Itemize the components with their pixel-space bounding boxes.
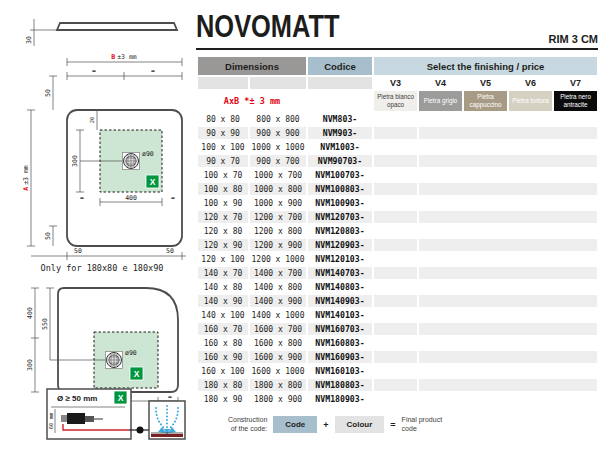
equal-mark: = — [92, 67, 96, 75]
dimension-mm: 1200 x 700 — [250, 211, 306, 223]
table-row: 160 x 701600 x 700NVM160703- — [198, 323, 597, 335]
finish-name-v6: Pietra tortora — [509, 91, 552, 111]
dimension-mm: 1000 x 900 — [250, 197, 306, 209]
drain-min-diameter-label: Ø ≥ 50 mm — [57, 394, 97, 403]
header-row: Dimensions Codice Select the finishing /… — [198, 57, 597, 75]
price-cell-v3 — [374, 197, 417, 209]
price-cell-v3 — [374, 211, 417, 223]
dimension-mm: 900 x 900 — [250, 127, 306, 139]
table-row: 90 x 90900 x 900NVM903- — [198, 127, 597, 139]
product-code: NVM180803- — [308, 379, 372, 391]
finish-col-v7: V7 — [554, 77, 597, 89]
price-cell-v4-v7 — [419, 295, 597, 307]
dimension-mm: 1600 x 900 — [250, 351, 306, 363]
price-cell-v3 — [374, 155, 417, 167]
product-code: NVM140803- — [308, 281, 372, 293]
dimension-mm: 1800 x 800 — [250, 379, 306, 391]
finish-name-row: AxB *± 3 mm Pietra bianco opacoPietra gr… — [198, 91, 597, 111]
price-cell-v3 — [374, 267, 417, 279]
dimension-cm: 120 x 90 — [198, 239, 248, 251]
x-position-letter: X — [150, 177, 156, 187]
green-zone-height-dim: 300 — [71, 155, 79, 167]
dimension-cm: 120 x 70 — [198, 211, 248, 223]
table-row: 160 x 901600 x 900NVM160903- — [198, 351, 597, 363]
b-dimension-label: B±3 mm — [111, 53, 137, 61]
table-row: 160 x 801600 x 800NVM160803- — [198, 337, 597, 349]
price-cell-v4-v7 — [419, 267, 597, 279]
bottom-offset-dim: 50 — [44, 232, 52, 240]
price-cell-v3 — [374, 337, 417, 349]
top-offset-dim: 50 — [44, 89, 52, 97]
finish-name-v3: Pietra bianco opaco — [374, 91, 417, 111]
price-cell-v4-v7 — [419, 211, 597, 223]
price-cell-v3 — [374, 253, 417, 265]
plus-sign: + — [323, 420, 328, 430]
title-row: NOVOMATT RIM 3 CM — [196, 14, 598, 50]
table-row: 120 x 701200 x 700NVM120703- — [198, 211, 597, 223]
product-code: NVM120903- — [308, 239, 372, 251]
dimension-mm: 1000 x 800 — [250, 183, 306, 195]
dimensions-header: Dimensions — [198, 57, 306, 75]
price-cell-v4-v7 — [419, 379, 597, 391]
tray-profile-drawing: 30 — [22, 14, 187, 50]
edge-margin-dim-right: 50 — [166, 247, 174, 255]
drain-detail-drawing: Ø ≥ 50 mm X 60 mm — [45, 383, 187, 449]
dimension-cm: 120 x 100 — [198, 253, 248, 265]
dimension-mm: 1600 x 1000 — [250, 365, 306, 377]
inner-dim-550: 550 — [41, 318, 49, 330]
price-cell-v4-v7 — [419, 141, 597, 153]
dimension-mm: 1000 x 700 — [250, 169, 306, 181]
drain-diameter-label: ø90 — [125, 349, 137, 357]
dimension-mm: 1800 x 900 — [250, 393, 306, 405]
price-cell-v4-v7 — [419, 127, 597, 139]
dimension-mm: 900 x 700 — [250, 155, 306, 167]
drain-diameter-label: ø90 — [142, 150, 154, 158]
rim-label: RIM 3 CM — [549, 33, 599, 45]
table-row: 100 x 801000 x 800NVM100803- — [198, 183, 597, 195]
price-cell-v3 — [374, 393, 417, 405]
code-box: Code — [273, 416, 317, 433]
product-code: NVM140903- — [308, 295, 372, 307]
table-row: 90 x 70900 x 700NVM90703- — [198, 155, 597, 167]
price-cell-v3 — [374, 295, 417, 307]
product-code: NVM120803- — [308, 225, 372, 237]
dimension-cm: 100 x 70 — [198, 169, 248, 181]
price-cell-v4-v7 — [419, 225, 597, 237]
table-row: 140 x 1001400 x 1000NVM140103- — [198, 309, 597, 321]
table-row: 180 x 801800 x 800NVM180803- — [198, 379, 597, 391]
price-cell-v3 — [374, 379, 417, 391]
product-code: NVM180903- — [308, 393, 372, 405]
dimension-cm: 140 x 90 — [198, 295, 248, 307]
price-cell-v3 — [374, 169, 417, 181]
green-zone-width-dim: 400 — [125, 194, 137, 202]
table-row: 140 x 901400 x 900NVM140903- — [198, 295, 597, 307]
empty-cell — [308, 91, 372, 111]
dimension-cm: 160 x 100 — [198, 365, 248, 377]
tray-top-view-drawing: B±3 mm = = 50 A±3 mm 20 — [20, 48, 188, 262]
dimension-cm: 140 x 70 — [198, 267, 248, 279]
price-cell-v4-v7 — [419, 169, 597, 181]
product-code: NVM100903- — [308, 197, 372, 209]
dimension-cm: 100 x 100 — [198, 141, 248, 153]
product-code: NVM140703- — [308, 267, 372, 279]
table-row: 100 x 1001000 x 1000NVM1003- — [198, 141, 597, 153]
dimension-mm: 1200 x 1000 — [250, 253, 306, 265]
price-cell-v3 — [374, 365, 417, 377]
catalog-page: 30 B±3 mm = = 50 A±3 mm — [0, 0, 603, 455]
finishing-header: Select the finishing / price — [374, 57, 597, 75]
dimension-mm: 1200 x 800 — [250, 225, 306, 237]
table-row: 120 x 901200 x 900NVM120903- — [198, 239, 597, 251]
product-code: NVM100803- — [308, 183, 372, 195]
only-for-note: Only for 180x80 e 180x90 — [18, 263, 186, 273]
product-code: NVM140103- — [308, 309, 372, 321]
dimension-mm: 800 x 800 — [250, 113, 306, 125]
dimension-cm: 180 x 90 — [198, 393, 248, 405]
dimension-mm: 1400 x 1000 — [250, 309, 306, 321]
drain-offset-dim: 20 — [89, 117, 95, 124]
finish-col-v4: V4 — [419, 77, 462, 89]
price-cell-v4-v7 — [419, 393, 597, 405]
construction-label: Construction of the code: — [228, 416, 267, 434]
table-row: 100 x 901000 x 900NVM100903- — [198, 197, 597, 209]
price-cell-v3 — [374, 183, 417, 195]
price-cell-v3 — [374, 225, 417, 237]
